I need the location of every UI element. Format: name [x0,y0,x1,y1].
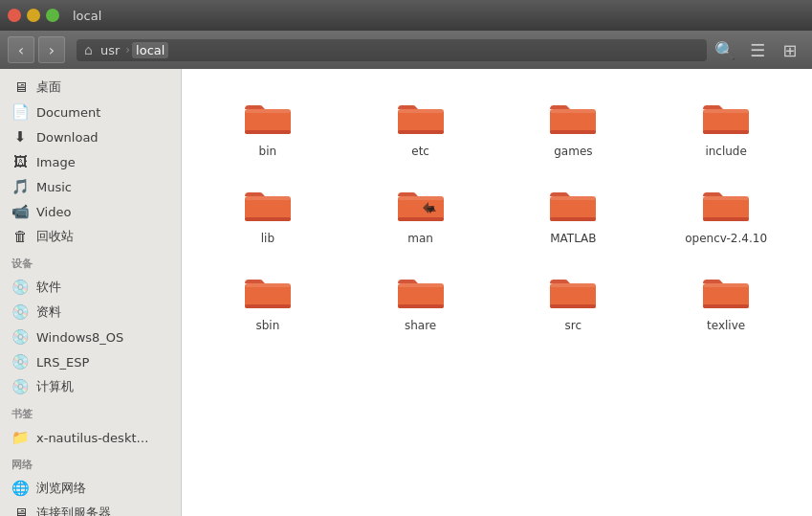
sidebar-item-label: 连接到服务器 [36,505,111,516]
sidebar-item-document[interactable]: 📄 Document [0,100,181,124]
sidebar-item-label: 计算机 [36,378,74,395]
bookmarks-section-label: 书签 [0,399,181,425]
toolbar-actions: 🔍 ☰ ⊞ [711,35,804,64]
forward-button[interactable]: › [38,36,65,63]
sidebar-item-windows8[interactable]: 💿 Windows8_OS [0,325,181,349]
close-button[interactable] [8,9,21,22]
sidebar-item-label: 资料 [36,303,61,321]
window-controls [8,9,59,22]
folder-share[interactable]: share [354,262,488,340]
folder-label: share [405,319,436,332]
sidebar-item-desktop[interactable]: 🖥 桌面 [0,75,181,100]
svg-rect-13 [245,196,291,200]
svg-rect-23 [703,196,749,200]
sidebar-item-video[interactable]: 📹 Video [0,199,181,224]
svg-rect-21 [550,217,596,221]
svg-rect-33 [550,304,596,308]
folder-sbin[interactable]: sbin [201,262,335,340]
svg-rect-24 [703,217,749,221]
sidebar-item-data[interactable]: 💿 资料 [0,300,181,325]
sidebar-item-label: x-nautilus-desktop... [36,431,151,445]
folder-opencv[interactable]: opencv-2.4.10 [659,175,793,253]
folder-games[interactable]: games [507,88,641,166]
svg-rect-26 [245,283,291,287]
sidebar-item-label: Music [36,180,72,194]
folder-icon [396,96,446,141]
folder-label: opencv-2.4.10 [685,232,767,245]
windows-icon: 💿 [11,328,29,346]
network-section-label: 网络 [0,450,181,476]
folder-label: texlive [707,319,745,332]
folder-include[interactable]: include [659,88,793,166]
breadcrumb-local[interactable]: local [132,42,168,58]
folder-label: bin [259,145,277,158]
trash-icon: 🗑 [11,228,29,245]
svg-rect-29 [398,283,444,287]
folder-icon [701,96,751,141]
content-area: bin etc games [182,69,812,516]
sidebar-item-label: Windows8_OS [36,330,123,345]
sidebar-item-software[interactable]: 💿 软件 [0,275,181,300]
svg-rect-16 [398,196,444,200]
search-button[interactable]: 🔍 [711,35,739,64]
sidebar-item-xnautilus[interactable]: 📁 x-nautilus-desktop... [0,425,181,450]
desktop-icon: 🖥 [11,79,29,96]
svg-rect-35 [703,283,749,287]
devices-section-label: 设备 [0,249,181,275]
sidebar-item-label: Image [36,155,76,169]
sidebar: 🖥 桌面 📄 Document ⬇ Download 🖼 Image 🎵 Mus… [0,69,182,516]
folder-texlive[interactable]: texlive [659,262,793,340]
folder-man[interactable]: man [354,175,488,253]
folder-label: etc [411,145,429,158]
window-title: local [73,9,101,23]
sidebar-item-label: LRS_ESP [36,355,89,370]
sidebar-item-computer[interactable]: 💿 计算机 [0,374,181,399]
folder-label: src [565,319,582,332]
svg-rect-7 [550,109,596,113]
folder-bin[interactable]: bin [201,88,335,166]
download-icon: ⬇ [11,128,29,146]
sidebar-item-label: 软件 [36,279,61,296]
sidebar-item-label: Document [36,105,100,120]
folder-label: sbin [255,319,279,332]
sidebar-item-image[interactable]: 🖼 Image [0,149,181,174]
back-button[interactable]: ‹ [8,36,34,63]
minimize-button[interactable] [27,9,40,22]
music-icon: 🎵 [11,178,29,195]
sidebar-item-label: 桌面 [36,79,61,96]
video-icon: 📹 [11,203,29,220]
sidebar-item-lrs-esp[interactable]: 💿 LRS_ESP [0,349,181,374]
folder-label: MATLAB [550,232,596,245]
svg-rect-5 [398,130,444,134]
folder-src[interactable]: src [507,262,641,340]
sidebar-item-music[interactable]: 🎵 Music [0,174,181,199]
svg-rect-8 [550,130,596,134]
folder-label: include [705,145,746,158]
sidebar-item-browse-network[interactable]: 🌐 浏览网络 [0,476,181,501]
toolbar: ‹ › ⌂ usr › local 🔍 ☰ ⊞ [0,31,812,69]
network-icon: 🌐 [11,480,29,497]
sidebar-item-download[interactable]: ⬇ Download [0,124,181,149]
folder-icon [243,183,293,228]
breadcrumb: ⌂ usr › local [77,39,707,61]
sidebar-item-label: Video [36,205,71,219]
svg-rect-20 [550,196,596,200]
grid-view-button[interactable]: ⊞ [776,35,804,64]
folder-icon [243,270,293,315]
maximize-button[interactable] [46,9,59,22]
svg-rect-2 [245,130,291,134]
folder-label: games [554,145,592,158]
folder-icon [243,96,293,141]
sidebar-item-connect-server[interactable]: 🖥 连接到服务器 [0,501,181,516]
svg-rect-4 [398,109,444,113]
home-icon: ⌂ [84,42,93,57]
folder-lib[interactable]: lib [201,175,335,253]
titlebar: local [0,0,812,31]
list-view-button[interactable]: ☰ [743,35,772,64]
breadcrumb-usr[interactable]: usr [97,42,123,58]
file-grid: bin etc games [201,88,793,340]
svg-rect-27 [245,304,291,308]
folder-etc[interactable]: etc [354,88,488,166]
sidebar-item-trash[interactable]: 🗑 回收站 [0,224,181,249]
folder-matlab[interactable]: MATLAB [507,175,641,253]
